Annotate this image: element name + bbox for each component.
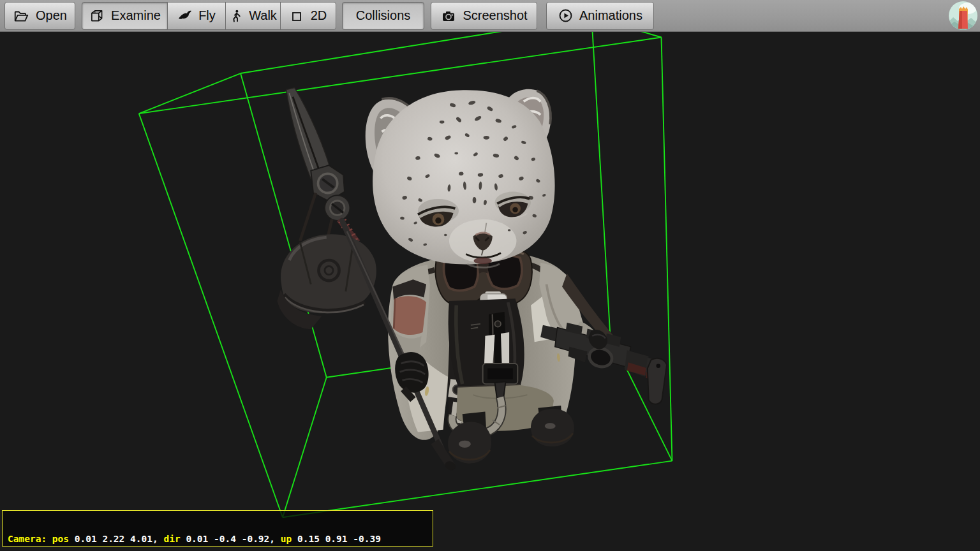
status-text-segment: dir: [163, 534, 186, 544]
spear-blade: [286, 88, 358, 242]
open-button[interactable]: Open: [4, 2, 75, 30]
status-text-segment: 0.01 -0.4 -0.92,: [186, 534, 280, 544]
walk-mode-button[interactable]: Walk: [225, 2, 281, 30]
camera-status-panel: Camera: pos 0.01 2.22 4.01, dir 0.01 -0.…: [2, 510, 433, 547]
cube-icon: [89, 8, 105, 24]
navigation-mode-group: Examine Fly Walk: [82, 2, 336, 30]
viewport-3d[interactable]: Camera: pos 0.01 2.22 4.01, dir 0.01 -0.…: [0, 32, 980, 551]
fly-mode-button[interactable]: Fly: [167, 2, 226, 30]
helmet: [277, 234, 376, 329]
toolbar: Open Examine Fly: [0, 0, 980, 32]
play-circle-icon: [558, 8, 574, 24]
examine-button-label: Examine: [111, 8, 161, 23]
fly-button-label: Fly: [198, 8, 216, 23]
walk-button-label: Walk: [249, 8, 277, 23]
examine-mode-button[interactable]: Examine: [82, 2, 168, 30]
screenshot-button[interactable]: Screenshot: [431, 2, 537, 30]
open-folder-icon: [13, 8, 30, 24]
animations-button[interactable]: Animations: [546, 2, 654, 30]
animations-button-label: Animations: [579, 8, 642, 23]
collisions-toggle-button[interactable]: Collisions: [342, 2, 424, 30]
status-text-segment: up: [281, 534, 297, 544]
walking-person-icon: [229, 8, 243, 24]
2d-button-label: 2D: [311, 8, 327, 23]
camera-icon: [440, 8, 457, 24]
status-text-segment: Camera: pos: [8, 534, 75, 544]
open-button-label: Open: [36, 8, 67, 23]
2d-mode-button[interactable]: 2D: [280, 2, 336, 30]
head: [366, 89, 555, 268]
status-text-segment: 0.15 0.91 -0.39: [297, 534, 381, 544]
status-line-camera: Camera: pos 0.01 2.22 4.01, dir 0.01 -0.…: [8, 534, 433, 544]
status-text-segment: 0.01 2.22 4.01,: [75, 534, 164, 544]
square-icon: [290, 8, 305, 24]
bird-icon: [177, 8, 193, 24]
screenshot-button-label: Screenshot: [463, 8, 527, 23]
character-model: [277, 88, 667, 472]
castle-engine-logo: [948, 1, 978, 31]
scene-render: [0, 32, 980, 551]
collisions-button-label: Collisions: [356, 8, 411, 23]
